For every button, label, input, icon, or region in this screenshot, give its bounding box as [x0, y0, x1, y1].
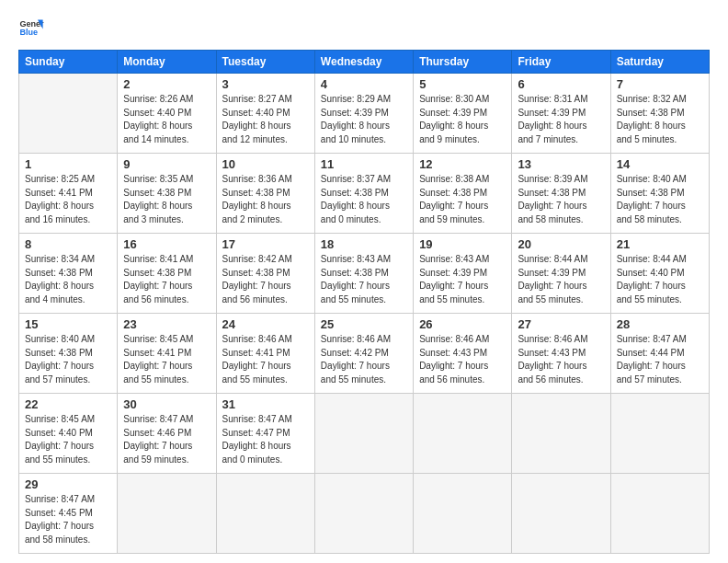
day-header: Friday	[512, 51, 610, 74]
calendar-cell: 14 Sunrise: 8:40 AM Sunset: 4:38 PM Dayl…	[610, 154, 709, 234]
calendar-cell	[414, 394, 512, 474]
calendar-cell: 21 Sunrise: 8:44 AM Sunset: 4:40 PM Dayl…	[610, 234, 709, 314]
calendar-cell: 6 Sunrise: 8:31 AM Sunset: 4:39 PM Dayli…	[512, 74, 610, 154]
calendar-cell: 5 Sunrise: 8:30 AM Sunset: 4:39 PM Dayli…	[414, 74, 512, 154]
calendar-cell	[118, 474, 216, 554]
day-info: Sunrise: 8:31 AM Sunset: 4:39 PM Dayligh…	[518, 94, 587, 144]
day-number: 10	[222, 157, 309, 171]
day-info: Sunrise: 8:37 AM Sunset: 4:38 PM Dayligh…	[321, 174, 391, 224]
day-number: 5	[419, 77, 506, 91]
day-number: 9	[123, 157, 210, 171]
day-header: Wednesday	[314, 51, 413, 74]
calendar-cell: 15 Sunrise: 8:40 AM Sunset: 4:38 PM Dayl…	[19, 314, 118, 394]
day-info: Sunrise: 8:25 AM Sunset: 4:41 PM Dayligh…	[25, 174, 95, 224]
day-info: Sunrise: 8:40 AM Sunset: 4:38 PM Dayligh…	[617, 174, 687, 224]
day-header: Monday	[118, 51, 216, 74]
calendar-cell: 12 Sunrise: 8:38 AM Sunset: 4:38 PM Dayl…	[414, 154, 512, 234]
day-number: 30	[123, 397, 210, 411]
day-number: 12	[419, 157, 506, 171]
day-number: 8	[25, 237, 111, 251]
calendar-cell: 7 Sunrise: 8:32 AM Sunset: 4:38 PM Dayli…	[610, 74, 709, 154]
calendar-cell	[216, 474, 314, 554]
day-info: Sunrise: 8:45 AM Sunset: 4:41 PM Dayligh…	[123, 334, 193, 385]
day-number: 18	[321, 237, 407, 251]
calendar-cell: 16 Sunrise: 8:41 AM Sunset: 4:38 PM Dayl…	[118, 234, 216, 314]
day-number: 19	[419, 237, 506, 251]
day-info: Sunrise: 8:47 AM Sunset: 4:44 PM Dayligh…	[617, 334, 687, 385]
calendar-cell: 20 Sunrise: 8:44 AM Sunset: 4:39 PM Dayl…	[512, 234, 610, 314]
calendar-cell	[610, 474, 709, 554]
calendar-cell: 2 Sunrise: 8:26 AM Sunset: 4:40 PM Dayli…	[118, 74, 216, 154]
calendar-cell	[314, 394, 413, 474]
day-number: 20	[518, 237, 604, 251]
calendar-table: SundayMondayTuesdayWednesdayThursdayFrid…	[18, 50, 710, 554]
day-info: Sunrise: 8:44 AM Sunset: 4:40 PM Dayligh…	[617, 254, 687, 304]
calendar-cell: 25 Sunrise: 8:46 AM Sunset: 4:42 PM Dayl…	[314, 314, 413, 394]
calendar-cell	[414, 474, 512, 554]
calendar-cell: 9 Sunrise: 8:35 AM Sunset: 4:38 PM Dayli…	[118, 154, 216, 234]
calendar-cell: 10 Sunrise: 8:36 AM Sunset: 4:38 PM Dayl…	[216, 154, 314, 234]
day-info: Sunrise: 8:46 AM Sunset: 4:42 PM Dayligh…	[321, 334, 391, 385]
day-number: 28	[617, 317, 703, 331]
day-info: Sunrise: 8:47 AM Sunset: 4:47 PM Dayligh…	[222, 414, 292, 465]
day-info: Sunrise: 8:43 AM Sunset: 4:38 PM Dayligh…	[321, 254, 391, 304]
calendar-cell: 3 Sunrise: 8:27 AM Sunset: 4:40 PM Dayli…	[216, 74, 314, 154]
day-info: Sunrise: 8:30 AM Sunset: 4:39 PM Dayligh…	[419, 94, 489, 144]
calendar-cell: 31 Sunrise: 8:47 AM Sunset: 4:47 PM Dayl…	[216, 394, 314, 474]
calendar-cell: 27 Sunrise: 8:46 AM Sunset: 4:43 PM Dayl…	[512, 314, 610, 394]
calendar-cell: 24 Sunrise: 8:46 AM Sunset: 4:41 PM Dayl…	[216, 314, 314, 394]
day-number: 14	[617, 157, 703, 171]
day-info: Sunrise: 8:46 AM Sunset: 4:43 PM Dayligh…	[518, 334, 587, 385]
calendar-cell: 30 Sunrise: 8:47 AM Sunset: 4:46 PM Dayl…	[118, 394, 216, 474]
day-number: 15	[25, 317, 111, 331]
calendar-cell	[512, 394, 610, 474]
day-header: Tuesday	[216, 51, 314, 74]
day-number: 3	[222, 77, 309, 91]
day-number: 4	[321, 77, 407, 91]
day-info: Sunrise: 8:36 AM Sunset: 4:38 PM Dayligh…	[222, 174, 292, 224]
calendar-cell	[610, 394, 709, 474]
day-info: Sunrise: 8:45 AM Sunset: 4:40 PM Dayligh…	[25, 414, 95, 465]
calendar-cell	[19, 74, 118, 154]
calendar-cell: 18 Sunrise: 8:43 AM Sunset: 4:38 PM Dayl…	[314, 234, 413, 314]
calendar-cell: 11 Sunrise: 8:37 AM Sunset: 4:38 PM Dayl…	[314, 154, 413, 234]
calendar-cell: 13 Sunrise: 8:39 AM Sunset: 4:38 PM Dayl…	[512, 154, 610, 234]
calendar-cell: 1 Sunrise: 8:25 AM Sunset: 4:41 PM Dayli…	[19, 154, 118, 234]
day-info: Sunrise: 8:47 AM Sunset: 4:45 PM Dayligh…	[25, 494, 95, 545]
day-number: 1	[25, 157, 111, 171]
calendar-cell: 19 Sunrise: 8:43 AM Sunset: 4:39 PM Dayl…	[414, 234, 512, 314]
calendar-cell: 8 Sunrise: 8:34 AM Sunset: 4:38 PM Dayli…	[19, 234, 118, 314]
day-info: Sunrise: 8:39 AM Sunset: 4:38 PM Dayligh…	[518, 174, 587, 224]
day-number: 16	[123, 237, 210, 251]
day-number: 25	[321, 317, 407, 331]
calendar-cell: 26 Sunrise: 8:46 AM Sunset: 4:43 PM Dayl…	[414, 314, 512, 394]
calendar-cell	[314, 474, 413, 554]
calendar-cell	[512, 474, 610, 554]
day-info: Sunrise: 8:26 AM Sunset: 4:40 PM Dayligh…	[123, 94, 193, 144]
calendar-cell: 28 Sunrise: 8:47 AM Sunset: 4:44 PM Dayl…	[610, 314, 709, 394]
day-info: Sunrise: 8:40 AM Sunset: 4:38 PM Dayligh…	[25, 334, 95, 385]
day-info: Sunrise: 8:44 AM Sunset: 4:39 PM Dayligh…	[518, 254, 587, 304]
day-info: Sunrise: 8:35 AM Sunset: 4:38 PM Dayligh…	[123, 174, 193, 224]
day-info: Sunrise: 8:41 AM Sunset: 4:38 PM Dayligh…	[123, 254, 193, 304]
header: General Blue	[18, 15, 710, 40]
day-info: Sunrise: 8:32 AM Sunset: 4:38 PM Dayligh…	[617, 94, 687, 144]
day-number: 21	[617, 237, 703, 251]
day-number: 2	[123, 77, 210, 91]
day-number: 31	[222, 397, 309, 411]
day-info: Sunrise: 8:43 AM Sunset: 4:39 PM Dayligh…	[419, 254, 489, 304]
day-number: 27	[518, 317, 604, 331]
day-number: 17	[222, 237, 309, 251]
day-header: Thursday	[414, 51, 512, 74]
calendar-cell: 4 Sunrise: 8:29 AM Sunset: 4:39 PM Dayli…	[314, 74, 413, 154]
day-number: 29	[25, 477, 111, 491]
day-number: 22	[25, 397, 111, 411]
day-info: Sunrise: 8:42 AM Sunset: 4:38 PM Dayligh…	[222, 254, 292, 304]
day-header: Saturday	[610, 51, 709, 74]
svg-text:Blue: Blue	[19, 28, 38, 37]
calendar-cell: 23 Sunrise: 8:45 AM Sunset: 4:41 PM Dayl…	[118, 314, 216, 394]
day-number: 24	[222, 317, 309, 331]
day-number: 7	[617, 77, 703, 91]
calendar-cell: 22 Sunrise: 8:45 AM Sunset: 4:40 PM Dayl…	[19, 394, 118, 474]
day-number: 23	[123, 317, 210, 331]
